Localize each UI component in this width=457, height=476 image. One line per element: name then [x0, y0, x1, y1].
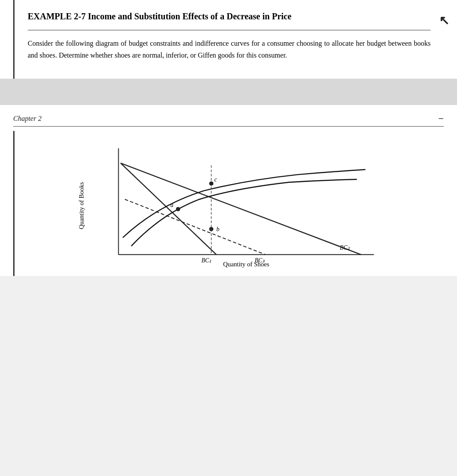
chapter-header-divider [13, 126, 444, 127]
bc1-label: BC₁ [201, 257, 211, 264]
top-page-section: EXAMPLE 2-7 Income and Substitution Effe… [0, 0, 457, 79]
example-title: EXAMPLE 2-7 Income and Substitution Effe… [28, 11, 431, 22]
point-b-label: b [216, 226, 219, 233]
example-body-text: Consider the following diagram of budget… [28, 37, 431, 61]
diagram-wrapper: Quantity of Books Quantity of Shoes BC₁ … [23, 140, 435, 272]
point-c-dot [209, 182, 214, 186]
bc1-line [121, 164, 216, 255]
page-break-divider [0, 79, 457, 105]
bc3-label: BC₃ [255, 257, 265, 264]
point-a-label: a [170, 202, 173, 208]
chapter-header: Chapter 2 − [0, 105, 457, 126]
bc2-label: BC₂ [340, 244, 350, 251]
y-axis-label: Quantity of Books [78, 182, 85, 229]
minimize-button[interactable]: − [438, 114, 444, 124]
diagram-container: Quantity of Books Quantity of Shoes BC₁ … [13, 131, 444, 276]
indifference-curve-1 [131, 179, 357, 246]
example-box: EXAMPLE 2-7 Income and Substitution Effe… [13, 0, 444, 79]
point-a-dot [176, 207, 180, 211]
chapter-label: Chapter 2 [13, 115, 41, 123]
scroll-arrow-icon[interactable]: ↖ [439, 13, 449, 28]
bc3-line [125, 200, 265, 255]
title-divider [28, 30, 431, 30]
economic-diagram: Quantity of Books Quantity of Shoes BC₁ … [71, 140, 388, 272]
point-c-label: c [214, 176, 217, 183]
bottom-page-section: Chapter 2 − Quantity of Books Quantity o… [0, 105, 457, 276]
example-title-text: EXAMPLE 2-7 Income and Substitution Effe… [28, 11, 292, 21]
bc2-line [121, 164, 361, 255]
